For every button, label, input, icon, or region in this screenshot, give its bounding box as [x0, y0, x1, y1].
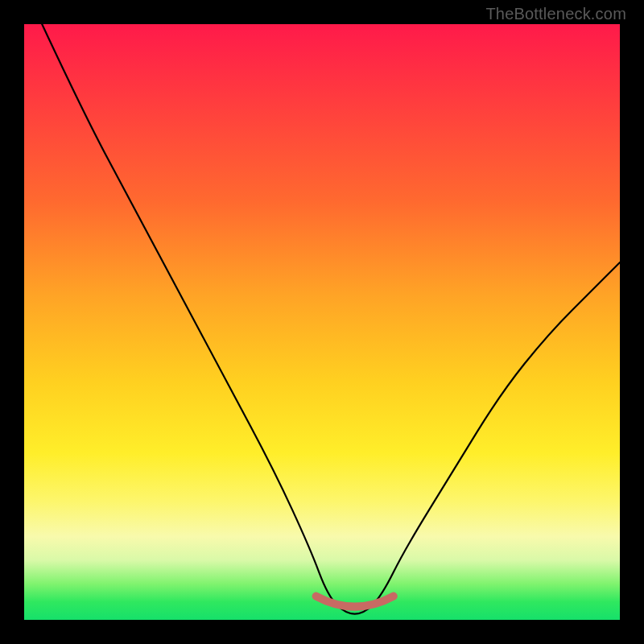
chart-frame: TheBottleneck.com	[0, 0, 644, 644]
curve-svg	[24, 24, 620, 620]
bottleneck-curve-path	[42, 24, 620, 614]
trough-highlight-path	[316, 597, 394, 607]
plot-area	[24, 24, 620, 620]
attribution-label: TheBottleneck.com	[485, 5, 626, 23]
